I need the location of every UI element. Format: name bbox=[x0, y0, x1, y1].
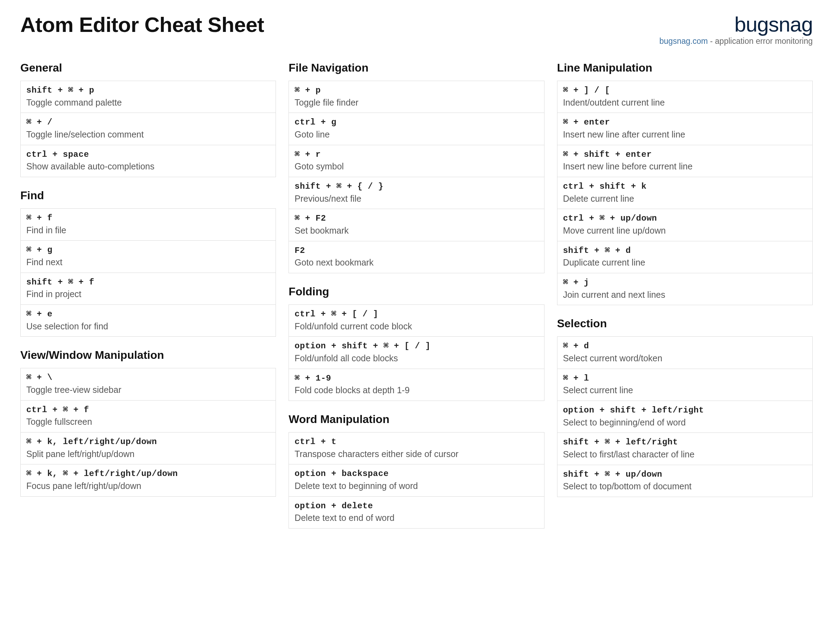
columns: Generalshift + ⌘ + pToggle command palet… bbox=[20, 61, 813, 529]
shortcut-row: ⌘ + eUse selection for find bbox=[21, 305, 275, 336]
shortcut-keys: ⌘ + d bbox=[563, 340, 807, 352]
page-title: Atom Editor Cheat Sheet bbox=[20, 13, 264, 37]
shortcut-row: ⌘ + /Toggle line/selection comment bbox=[21, 113, 275, 145]
shortcut-desc: Select to first/last character of line bbox=[563, 449, 807, 460]
shortcut-row: ⌘ + fFind in file bbox=[21, 209, 275, 241]
shortcut-row: shift + ⌘ + pToggle command palette bbox=[21, 81, 275, 113]
shortcut-keys: ⌘ + e bbox=[26, 308, 270, 320]
brand-tagline-text: - application error monitoring bbox=[708, 37, 813, 46]
shortcut-desc: Transpose characters either side of curs… bbox=[294, 448, 538, 460]
shortcut-row: ⌘ + k, ⌘ + left/right/up/downFocus pane … bbox=[21, 464, 275, 496]
section: File Navigation⌘ + pToggle file finderct… bbox=[288, 61, 544, 273]
section-title: General bbox=[20, 61, 276, 74]
shortcut-keys: ctrl + ⌘ + up/down bbox=[563, 213, 807, 224]
shortcut-table: ⌘ + fFind in file⌘ + gFind nextshift + ⌘… bbox=[20, 208, 276, 337]
section-title: File Navigation bbox=[288, 61, 544, 74]
shortcut-desc: Find next bbox=[26, 256, 270, 268]
shortcut-keys: ctrl + t bbox=[294, 436, 538, 448]
section: Find⌘ + fFind in file⌘ + gFind nextshift… bbox=[20, 189, 276, 337]
shortcut-row: ctrl + ⌘ + fToggle fullscreen bbox=[21, 401, 275, 433]
shortcut-keys: F2 bbox=[294, 245, 538, 257]
shortcut-keys: option + backspace bbox=[294, 468, 538, 480]
shortcut-table: ⌘ + \Toggle tree-view sidebarctrl + ⌘ + … bbox=[20, 368, 276, 496]
shortcut-row: ctrl + ⌘ + [ / ]Fold/unfold current code… bbox=[289, 305, 544, 337]
shortcut-table: shift + ⌘ + pToggle command palette⌘ + /… bbox=[20, 80, 276, 177]
shortcut-desc: Set bookmark bbox=[294, 225, 538, 237]
shortcut-desc: Join current and next lines bbox=[563, 289, 807, 301]
shortcut-desc: Fold/unfold all code blocks bbox=[294, 353, 538, 364]
shortcut-keys: ⌘ + / bbox=[26, 116, 270, 128]
page-header: Atom Editor Cheat Sheet bugsnag bugsnag.… bbox=[20, 13, 813, 46]
shortcut-keys: ctrl + space bbox=[26, 149, 270, 161]
shortcut-desc: Fold/unfold current code block bbox=[294, 320, 538, 333]
shortcut-row: ⌘ + dSelect current word/token bbox=[558, 337, 812, 369]
shortcut-desc: Toggle fullscreen bbox=[26, 416, 270, 428]
shortcut-keys: shift + ⌘ + d bbox=[563, 245, 807, 257]
brand-block: bugsnag bugsnag.com - application error … bbox=[659, 13, 813, 46]
shortcut-keys: shift + ⌘ + left/right bbox=[563, 436, 807, 448]
shortcut-row: option + deleteDelete text to end of wor… bbox=[289, 497, 544, 528]
shortcut-row: ⌘ + lSelect current line bbox=[558, 369, 812, 401]
shortcut-keys: ⌘ + F2 bbox=[294, 213, 538, 224]
shortcut-desc: Delete text to beginning of word bbox=[294, 480, 538, 492]
shortcut-desc: Toggle line/selection comment bbox=[26, 129, 270, 141]
shortcut-row: ⌘ + k, left/right/up/downSplit pane left… bbox=[21, 433, 275, 464]
shortcut-desc: Focus pane left/right/up/down bbox=[26, 480, 270, 492]
shortcut-row: option + backspaceDelete text to beginni… bbox=[289, 464, 544, 496]
shortcut-keys: ⌘ + p bbox=[294, 85, 538, 97]
shortcut-keys: shift + ⌘ + { / } bbox=[294, 180, 538, 193]
section-title: View/Window Manipulation bbox=[20, 349, 276, 362]
shortcut-desc: Delete current line bbox=[563, 193, 807, 205]
shortcut-desc: Select current line bbox=[563, 385, 807, 396]
shortcut-desc: Fold code blocks at depth 1-9 bbox=[294, 385, 538, 396]
shortcut-row: shift + ⌘ + left/rightSelect to first/la… bbox=[558, 433, 812, 465]
section-title: Line Manipulation bbox=[557, 61, 813, 74]
shortcut-desc: Find in file bbox=[26, 224, 270, 237]
shortcut-keys: ctrl + g bbox=[294, 116, 538, 128]
shortcut-keys: ⌘ + shift + enter bbox=[563, 149, 807, 161]
shortcut-desc: Split pane left/right/up/down bbox=[26, 448, 270, 460]
shortcut-keys: shift + ⌘ + f bbox=[26, 276, 270, 288]
shortcut-desc: Previous/next file bbox=[294, 193, 538, 205]
shortcut-row: shift + ⌘ + dDuplicate current line bbox=[558, 242, 812, 273]
shortcut-row: shift + ⌘ + { / }Previous/next file bbox=[289, 177, 544, 209]
shortcut-row: ⌘ + jJoin current and next lines bbox=[558, 273, 812, 305]
shortcut-desc: Goto symbol bbox=[294, 161, 538, 172]
section-title: Find bbox=[20, 189, 276, 202]
shortcut-keys: ctrl + shift + k bbox=[563, 180, 807, 193]
shortcut-keys: ⌘ + f bbox=[26, 212, 270, 224]
shortcut-keys: ⌘ + enter bbox=[563, 116, 807, 128]
shortcut-desc: Toggle file finder bbox=[294, 97, 538, 109]
shortcut-row: ctrl + gGoto line bbox=[289, 113, 544, 145]
brand-link[interactable]: bugsnag.com bbox=[659, 37, 708, 46]
shortcut-row: ⌘ + gFind next bbox=[21, 241, 275, 272]
shortcut-desc: Insert new line after current line bbox=[563, 129, 807, 141]
shortcut-keys: ⌘ + k, left/right/up/down bbox=[26, 436, 270, 448]
shortcut-desc: Select to beginning/end of word bbox=[563, 417, 807, 428]
shortcut-row: ⌘ + pToggle file finder bbox=[289, 81, 544, 113]
shortcut-row: option + shift + left/rightSelect to beg… bbox=[558, 401, 812, 433]
shortcut-desc: Goto line bbox=[294, 129, 538, 141]
column: File Navigation⌘ + pToggle file finderct… bbox=[288, 61, 544, 529]
shortcut-keys: ⌘ + g bbox=[26, 244, 270, 256]
shortcut-desc: Find in project bbox=[26, 288, 270, 300]
shortcut-table: ctrl + tTranspose characters either side… bbox=[288, 432, 544, 529]
shortcut-row: ⌘ + 1-9Fold code blocks at depth 1-9 bbox=[289, 369, 544, 401]
shortcut-keys: ⌘ + l bbox=[563, 372, 807, 385]
shortcut-row: ctrl + tTranspose characters either side… bbox=[289, 433, 544, 464]
section-title: Word Manipulation bbox=[288, 413, 544, 426]
shortcut-table: ctrl + ⌘ + [ / ]Fold/unfold current code… bbox=[288, 304, 544, 401]
shortcut-desc: Toggle command palette bbox=[26, 97, 270, 109]
shortcut-desc: Use selection for find bbox=[26, 320, 270, 333]
shortcut-table: ⌘ + pToggle file finderctrl + gGoto line… bbox=[288, 80, 544, 273]
shortcut-keys: ⌘ + k, ⌘ + left/right/up/down bbox=[26, 468, 270, 480]
shortcut-row: option + shift + ⌘ + [ / ]Fold/unfold al… bbox=[289, 337, 544, 369]
shortcut-row: F2Goto next bookmark bbox=[289, 242, 544, 273]
section-title: Selection bbox=[557, 317, 813, 330]
shortcut-desc: Show available auto-completions bbox=[26, 161, 270, 172]
shortcut-row: shift + ⌘ + fFind in project bbox=[21, 273, 275, 305]
shortcut-keys: ⌘ + 1-9 bbox=[294, 372, 538, 385]
brand-tagline: bugsnag.com - application error monitori… bbox=[659, 37, 813, 46]
shortcut-desc: Indent/outdent current line bbox=[563, 97, 807, 109]
column: Line Manipulation⌘ + ] / [Indent/outdent… bbox=[557, 61, 813, 529]
